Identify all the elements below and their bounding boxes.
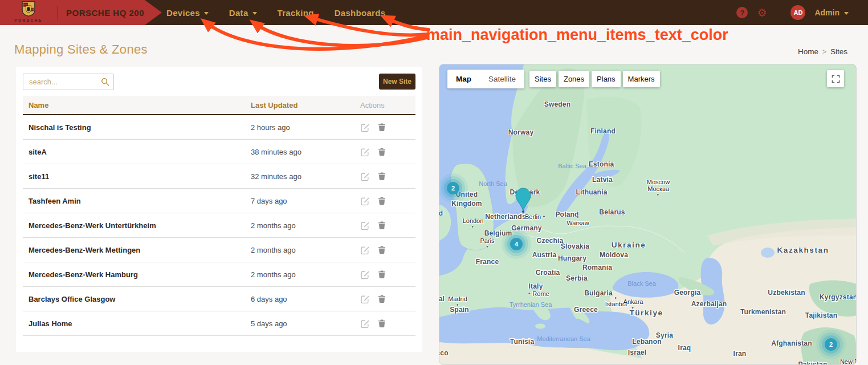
delete-icon[interactable] xyxy=(377,221,386,230)
map-type-button[interactable]: Map xyxy=(447,70,480,88)
site-name[interactable]: site11 xyxy=(28,172,49,181)
page-title: Mapping Sites & Zones xyxy=(14,42,148,57)
edit-icon[interactable] xyxy=(360,245,370,255)
edit-icon[interactable] xyxy=(360,294,370,304)
site-last-updated: 6 days ago xyxy=(251,295,287,303)
map-canvas[interactable] xyxy=(439,64,857,365)
fullscreen-button[interactable] xyxy=(827,70,844,87)
site-name[interactable]: Mercedes-Benz-Werk Untertürkheim xyxy=(28,221,156,230)
site-last-updated: 2 months ago xyxy=(251,221,296,230)
edit-icon[interactable] xyxy=(360,172,370,181)
column-header-name: Name xyxy=(28,101,48,110)
table-row: siteA 38 minutes ago xyxy=(23,140,415,164)
site-last-updated: 5 days ago xyxy=(251,319,287,328)
table-row: Nischal is Testing 2 hours ago xyxy=(23,115,415,140)
cluster-marker[interactable]: 2 xyxy=(447,182,459,194)
nav-item-label: Data xyxy=(229,8,248,18)
header-actions: ? ⚙ AD Admin xyxy=(736,0,849,25)
annotation-arrow-data xyxy=(253,22,426,46)
map-panel: Sweden Norway Finland Estonia Latvia Lit… xyxy=(439,64,857,365)
delete-icon[interactable] xyxy=(377,196,386,205)
edit-icon[interactable] xyxy=(360,196,370,206)
row-actions xyxy=(360,172,386,181)
edit-icon[interactable] xyxy=(360,123,370,132)
delete-icon[interactable] xyxy=(377,294,386,303)
site-name[interactable]: Mercedes-Benz-Werk Hamburg xyxy=(28,270,138,279)
map-controls: Map Satellite Sites Zones Plans Markers xyxy=(447,70,660,88)
porsche-crest-logo: PORSCHE xyxy=(8,1,49,24)
annotation-arrow-devices xyxy=(204,21,425,49)
site-search xyxy=(23,74,114,90)
map-layer-button[interactable]: Markers xyxy=(623,71,660,87)
search-input[interactable] xyxy=(23,74,113,90)
table-row: Mercedes-Benz-Werk Mettingen 2 months ag… xyxy=(23,238,415,262)
edit-icon[interactable] xyxy=(360,221,370,230)
user-menu[interactable]: Admin xyxy=(814,8,849,17)
map-pin-anchor-dot xyxy=(522,210,524,213)
new-site-button[interactable]: New Site xyxy=(379,74,415,90)
breadcrumb-separator: > xyxy=(822,48,826,56)
table-row: Mercedes-Benz-Werk Hamburg 2 months ago xyxy=(23,262,415,287)
brand-arrow-shape xyxy=(145,0,162,25)
breadcrumb-home[interactable]: Home xyxy=(798,47,818,56)
nav-item-label: Tracking xyxy=(278,8,314,18)
delete-icon[interactable] xyxy=(377,245,386,254)
site-last-updated: 7 days ago xyxy=(251,197,287,205)
column-header-actions: Actions xyxy=(360,101,385,110)
site-name[interactable]: Barclays Office Glasgow xyxy=(28,295,115,303)
map-layer-buttons: Sites Zones Plans Markers xyxy=(529,70,660,88)
delete-icon[interactable] xyxy=(377,147,386,156)
map-pin-denmark[interactable] xyxy=(515,188,531,210)
row-actions xyxy=(360,319,386,328)
main-navigation: Devices Data Tracking Dashboards xyxy=(166,0,385,25)
edit-icon[interactable] xyxy=(360,270,370,279)
avatar[interactable]: AD xyxy=(790,5,805,20)
brand-block: PORSCHE PORSCHE HQ 200 xyxy=(0,0,145,25)
nav-item[interactable]: Dashboards xyxy=(335,8,386,18)
nav-item[interactable]: Tracking xyxy=(278,8,314,18)
breadcrumb: Home > Sites xyxy=(798,47,847,56)
row-actions xyxy=(360,221,386,230)
site-name[interactable]: Julias Home xyxy=(28,319,72,328)
delete-icon[interactable] xyxy=(377,123,386,132)
sites-table: Name Last Updated Actions Nischal is Tes… xyxy=(23,96,415,336)
map-type-button[interactable]: Satellite xyxy=(480,70,524,88)
edit-icon[interactable] xyxy=(360,319,370,328)
map-layer-button[interactable]: Sites xyxy=(529,71,556,87)
site-name[interactable]: Mercedes-Benz-Werk Mettingen xyxy=(28,246,140,254)
site-last-updated: 32 minutes ago xyxy=(251,172,301,181)
top-navigation-bar: PORSCHE PORSCHE HQ 200 Devices Data Trac… xyxy=(0,0,868,25)
nav-item[interactable]: Devices xyxy=(166,8,209,18)
site-name[interactable]: Tashfeen Amin xyxy=(28,197,81,205)
table-row: Julias Home 5 days ago xyxy=(23,311,415,336)
cluster-marker[interactable]: 4 xyxy=(510,238,523,250)
site-name[interactable]: siteA xyxy=(28,148,47,156)
nav-item[interactable]: Data xyxy=(229,8,257,18)
gear-icon[interactable]: ⚙ xyxy=(757,7,767,18)
site-last-updated: 2 hours ago xyxy=(251,123,290,132)
site-name[interactable]: Nischal is Testing xyxy=(28,123,91,132)
map-layer-button[interactable]: Plans xyxy=(592,71,621,87)
search-icon[interactable] xyxy=(101,78,109,86)
brand-divider xyxy=(58,6,58,19)
row-actions xyxy=(360,123,386,132)
table-row: Tashfeen Amin 7 days ago xyxy=(23,189,415,213)
sites-table-header: Name Last Updated Actions xyxy=(23,96,415,115)
sites-table-body: Nischal is Testing 2 hours ago siteA 38 … xyxy=(23,115,415,336)
cluster-marker[interactable]: 2 xyxy=(825,338,837,351)
map-layer-button[interactable]: Zones xyxy=(559,71,589,87)
delete-icon[interactable] xyxy=(377,319,386,328)
table-row: site11 32 minutes ago xyxy=(23,164,415,189)
row-actions xyxy=(360,196,386,206)
row-actions xyxy=(360,294,386,304)
row-actions xyxy=(360,245,386,255)
nav-item-label: Devices xyxy=(166,8,200,18)
site-last-updated: 38 minutes ago xyxy=(251,148,301,156)
delete-icon[interactable] xyxy=(377,172,386,181)
delete-icon[interactable] xyxy=(377,270,386,279)
chevron-down-icon xyxy=(252,12,257,15)
edit-icon[interactable] xyxy=(360,147,370,157)
help-icon[interactable]: ? xyxy=(736,7,748,18)
column-header-last-updated: Last Updated xyxy=(251,101,298,110)
table-row: Mercedes-Benz-Werk Untertürkheim 2 month… xyxy=(23,213,415,238)
